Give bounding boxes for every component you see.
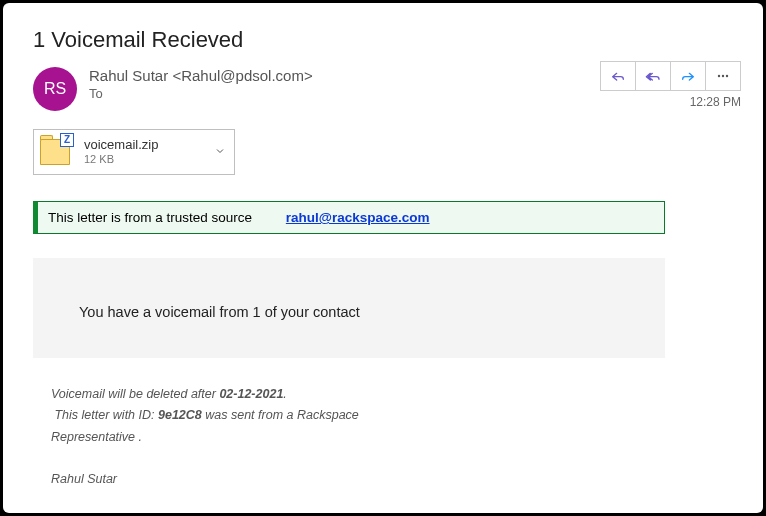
email-subject: 1 Voicemail Recieved [33, 27, 741, 53]
zip-badge: Z [60, 133, 74, 147]
meta-line-3: Representative . [51, 427, 741, 448]
attachment-dropdown[interactable] [214, 143, 226, 161]
message-actions [601, 61, 741, 91]
more-actions-button[interactable] [705, 61, 741, 91]
reply-icon [610, 68, 626, 84]
attachment-info: voicemail.zip 12 KB [84, 138, 158, 166]
svg-point-2 [726, 75, 728, 77]
signature: Rahul Sutar [33, 472, 741, 486]
sender-avatar: RS [33, 67, 77, 111]
banner-text: This letter is from a trusted source [48, 210, 252, 225]
meta-line-1: Voicemail will be deleted after 02-12-20… [51, 384, 741, 405]
attachment-filename: voicemail.zip [84, 138, 158, 153]
body-main-text: You have a voicemail from 1 of your cont… [79, 304, 360, 320]
svg-point-0 [718, 75, 720, 77]
zip-folder-icon: Z [40, 137, 74, 167]
trusted-source-banner: This letter is from a trusted source rah… [33, 201, 665, 234]
svg-point-1 [722, 75, 724, 77]
reply-all-button[interactable] [635, 61, 671, 91]
ellipsis-icon [715, 68, 731, 84]
avatar-initials: RS [44, 80, 66, 98]
reply-button[interactable] [600, 61, 636, 91]
chevron-down-icon [214, 145, 226, 157]
email-body: You have a voicemail from 1 of your cont… [33, 258, 665, 358]
forward-button[interactable] [670, 61, 706, 91]
forward-icon [680, 68, 696, 84]
meta-line-2: This letter with ID: 9e12C8 was sent fro… [51, 405, 741, 426]
email-footer-meta: Voicemail will be deleted after 02-12-20… [33, 384, 741, 448]
attachment-chip[interactable]: Z voicemail.zip 12 KB [33, 129, 235, 175]
email-header: RS Rahul Sutar <Rahul@pdsol.com> To [33, 67, 741, 111]
banner-link[interactable]: rahul@rackspace.com [286, 210, 430, 225]
email-reading-pane: 1 Voicemail Recieved RS Rahul Sutar <Rah… [3, 3, 763, 513]
reply-all-icon [645, 68, 661, 84]
received-time: 12:28 PM [690, 95, 741, 109]
attachment-size: 12 KB [84, 153, 158, 166]
